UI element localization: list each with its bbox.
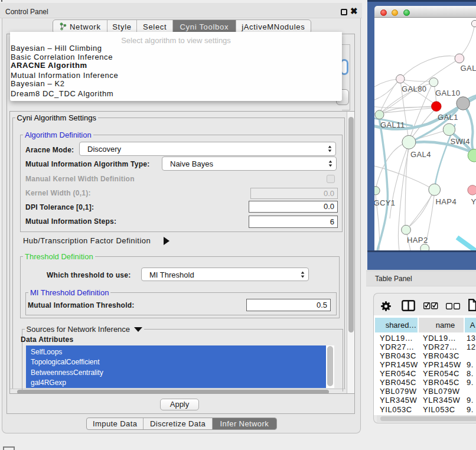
svg-text:SWI4: SWI4: [451, 137, 470, 146]
svg-text:GAL2: GAL2: [461, 64, 476, 73]
svg-text:HAP2: HAP2: [407, 236, 428, 244]
svg-text:Y: Y: [471, 197, 476, 206]
svg-text:GAL4: GAL4: [410, 150, 431, 159]
svg-text:GAL1: GAL1: [438, 113, 458, 122]
svg-text:GAL10: GAL10: [435, 89, 460, 97]
svg-text:GAL80: GAL80: [402, 84, 426, 93]
svg-text:GAL11: GAL11: [380, 120, 405, 129]
svg-text:GCY1: GCY1: [374, 198, 396, 207]
svg-text:HAP4: HAP4: [436, 197, 457, 206]
